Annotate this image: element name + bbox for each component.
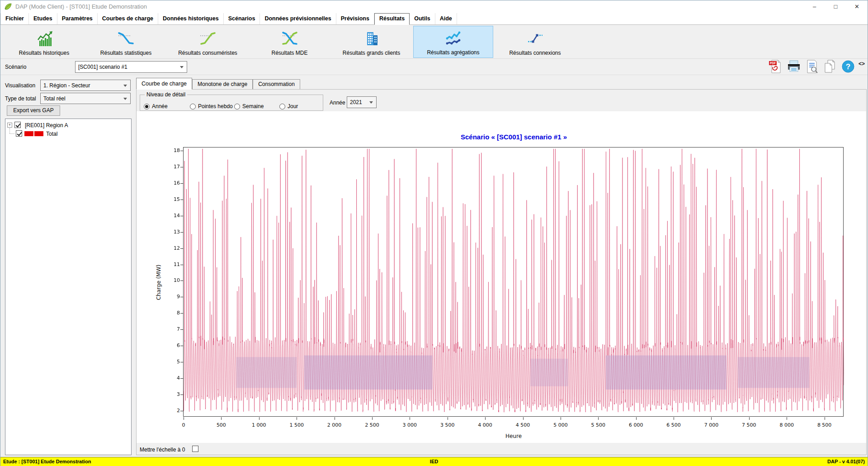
menu-item-courbes-de-charge[interactable]: Courbes de charge [98,13,158,24]
export-gap-button[interactable]: Export vers GAP [7,105,60,116]
menu-item-parametres[interactable]: Paramètres [57,13,98,24]
y-tick-label: 5 [162,359,180,365]
app-leaf-icon [4,3,12,11]
x-tick-mark [674,417,674,420]
x-tick-label: 4 000 [471,422,500,428]
help-icon: ? [841,59,855,76]
scenario-select[interactable]: [SC001] scenario #1 [75,61,187,73]
radio-annee[interactable]: Année [144,103,168,109]
menu-item-donnees-historiques[interactable]: Données historiques [158,13,224,24]
y-tick-label: 16 [162,180,180,186]
menu-item-aide[interactable]: Aide [435,13,457,24]
chart-surface: Scénario « [SC001] scenario #1 » Charge … [137,111,866,443]
minimize-button[interactable]: – [804,0,825,13]
help-button[interactable]: ? [840,60,856,75]
tab-monotone-de-charge[interactable]: Monotone de charge [192,79,253,89]
menu-item-donnees-previsionnelles[interactable]: Données prévisionnelles [260,13,336,24]
x-tick-mark [184,417,184,420]
x-tick-label: 8 500 [810,422,839,428]
y-tick-label: 10 [162,277,180,283]
y-tick-label: 18 [162,147,180,153]
print-button[interactable] [786,60,802,75]
y-tick-mark [180,411,183,411]
region-tree: + [RE001] Region A Total [5,119,132,455]
tree-checkbox-total[interactable] [16,130,22,137]
toolbar-button-resultats-grands-clients[interactable]: Résultats grands clients [331,26,411,58]
toolbar-button-resultats-mde[interactable]: Résultats MDE [250,26,330,58]
x-tick-label: 2 500 [358,422,387,428]
x-tick-mark [787,417,787,420]
y-tick-mark [180,183,183,184]
y-tick-label: 7 [162,326,180,332]
radio-semaine[interactable]: Semaine [234,103,264,109]
x-axis-label: Heure [495,433,532,439]
tab-consommation[interactable]: Consommation [253,79,300,89]
tree-connector [9,128,10,133]
series-color-swatch [34,131,43,136]
x-tick-label: 4 500 [509,422,538,428]
x-tick-label: 7 000 [697,422,726,428]
tree-checkbox-region-a[interactable] [14,122,21,128]
detail-level-legend: Niveau de détail [145,91,187,98]
radio-button[interactable] [190,104,196,109]
radio-button[interactable] [144,104,150,109]
visualisation-select[interactable]: 1. Région - Secteur [40,80,131,91]
chevron-down-icon [368,97,376,108]
menu-item-outils[interactable]: Outils [410,13,435,24]
chart-tabs: Courbe de charge Monotone de charge Cons… [136,77,300,89]
x-tick-mark [221,417,222,420]
scale-to-zero-checkbox[interactable] [192,446,198,452]
toolbar-button-resultats-statistiques[interactable]: Résultats statistiques [86,26,166,58]
y-tick-label: 11 [162,262,180,267]
copy-button[interactable] [822,60,838,75]
blue-line-down-icon [117,29,135,49]
linked-nodes-icon [526,29,544,49]
x-tick-mark [636,417,637,420]
tree-expander[interactable]: + [7,123,12,128]
status-center: IED [430,459,438,464]
pdf-export-button[interactable]: PDF [768,60,784,75]
menu-item-previsions[interactable]: Prévisions [336,13,374,24]
year-select-value: 2021 [350,99,368,105]
tab-courbe-de-charge[interactable]: Courbe de charge [136,78,192,90]
radio-button[interactable] [234,104,240,109]
overflow-glyph[interactable]: <> [859,61,865,67]
y-tick-label: 3 [162,391,180,397]
green-line-up-icon [199,29,217,49]
menu-item-fichier[interactable]: Fichier [0,13,29,24]
toolbar-button-resultats-historiques[interactable]: Résultats historiques [4,26,84,58]
x-tick-label: 0 [169,422,198,428]
print-preview-button[interactable] [804,60,820,75]
x-tick-label: 7 500 [735,422,764,428]
visualisation-select-value: 1. Région - Secteur [43,82,122,89]
y-tick-mark [180,313,183,314]
maximize-button[interactable]: □ [825,0,846,13]
toolbar-button-label: Résultats statistiques [100,50,151,56]
menu-item-etudes[interactable]: Etudes [29,13,57,24]
radio-pointes-hebdo[interactable]: Pointes hebdo [190,103,233,109]
copy-pages-icon [823,59,837,76]
tree-connector [9,133,14,134]
y-tick-mark [180,281,183,281]
tree-item-total[interactable]: Total [46,131,57,137]
year-select[interactable]: 2021 [347,96,377,108]
y-tick-label: 4 [162,375,180,381]
tree-item-region-a[interactable]: [RE001] Region A [25,122,68,128]
scale-checkbox-label: Mettre l'échelle à 0 [140,447,185,453]
close-button[interactable]: ✕ [846,0,868,13]
x-tick-label: 500 [207,422,236,428]
toolbar-button-resultats-connexions[interactable]: Résultats connexions [495,26,575,58]
y-tick-label: 15 [162,196,180,202]
toolbar-button-resultats-agregations[interactable]: Résultats agrégations [413,26,493,58]
type-total-select[interactable]: Total réel [40,93,131,104]
radio-button[interactable] [279,104,285,109]
green-bars-trend-icon [35,29,53,49]
x-tick-mark [372,417,373,420]
toolbar-button-resultats-consumeristes[interactable]: Résultats consuméristes [168,26,248,58]
x-tick-mark [561,417,561,420]
radio-jour[interactable]: Jour [279,103,298,109]
menu-item-resultats[interactable]: Résultats [374,13,410,25]
x-tick-mark [749,417,750,420]
menu-item-scenarios[interactable]: Scénarios [224,13,260,24]
y-tick-label: 12 [162,245,180,251]
